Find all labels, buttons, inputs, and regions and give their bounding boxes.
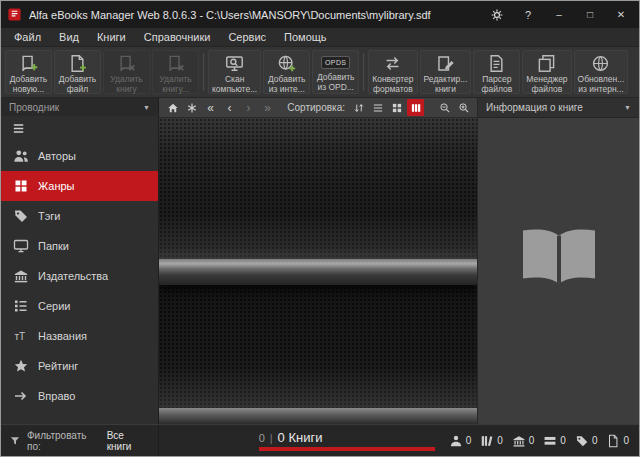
sort-button[interactable] [350,99,367,116]
shelf-board [159,259,477,285]
statistics-section: 0 0 0 0 0 0 [439,425,639,456]
menu-references[interactable]: Справочники [135,29,220,45]
collapse-info-icon[interactable]: ▼ [624,104,631,111]
nav-last-button[interactable]: » [259,99,276,116]
button-label: файлов [532,84,563,94]
bookshelf-toolbar: « ‹ › » Сортировка: [159,98,477,118]
nav-first-button[interactable]: « [202,99,219,116]
button-label: из OPD... [317,82,354,92]
add-file-icon [68,54,87,73]
file-manager-icon [537,54,556,73]
menu-service[interactable]: Сервис [219,29,275,45]
filter-icon [9,435,21,447]
sidebar-item-titles[interactable]: тТ Названия [1,321,158,351]
button-label: новую... [13,84,44,94]
zoom-in-icon [458,102,470,114]
book-info-panel: Информация о книге ▼ [477,98,639,424]
shelf-lighting [159,366,477,408]
view-list-button[interactable] [369,99,386,116]
scan-computer-icon [225,54,244,73]
letters-icon: тТ [13,328,29,344]
tiles-view-icon [391,102,403,114]
update-from-internet-button[interactable]: Обновлен... из интерн... [574,50,629,94]
monitor-icon [13,238,29,254]
maximize-button[interactable]: □ [578,5,602,25]
zoom-out-button[interactable] [436,99,453,116]
book-editor-button[interactable]: Редактир... книги [420,50,472,94]
nav-next-button[interactable]: › [240,99,257,116]
add-from-opds-button[interactable]: OPDS Добавить из OPD... [312,50,359,94]
sidebar-item-tags[interactable]: Тэги [1,201,158,231]
close-button[interactable]: ✕ [609,5,633,25]
count-divider: | [270,432,273,444]
button-label: книги [435,84,456,94]
button-label: файл [67,84,88,94]
favorites-button[interactable] [183,99,200,116]
zoom-in-button[interactable] [455,99,472,116]
sidebar-item-authors[interactable]: Авторы [1,141,158,171]
collapse-sidebar-icon[interactable]: ▼ [143,104,150,111]
explorer-sidebar: Проводник ▼ Авторы Жанры Тэги Папки [1,98,159,424]
view-tiles-button[interactable] [388,99,405,116]
format-converter-button[interactable]: Конвертер форматов [368,50,417,94]
toolbar: Добавить новую... Добавить файл Удалить … [1,47,639,98]
menu-file[interactable]: Файл [5,29,50,45]
asterisk-icon [186,102,198,114]
button-label: Добавить [317,72,355,82]
titlebar: Alfa eBooks Manager Web 8.0.6.3 - C:\Use… [1,1,639,28]
sidebar-item-series[interactable]: Серии [1,291,158,321]
explorer-title: Проводник [9,102,59,113]
sidebar-item-folders[interactable]: Папки [1,231,158,261]
add-from-internet-button[interactable]: Добавить из инте... [263,50,310,94]
tag-icon [13,208,29,224]
tag-icon [575,434,589,448]
sidebar-item-publishers[interactable]: Издательства [1,261,158,291]
sidebar-item-rating[interactable]: Рейтинг [1,351,158,381]
book-info-body [478,118,639,424]
nav-prev-button[interactable]: ‹ [221,99,238,116]
series-counter: 0 [480,434,503,448]
button-label: Обновлен... [578,74,625,84]
sidebar-item-genres[interactable]: Жанры [1,171,158,201]
scan-computer-button[interactable]: Скан компьюте... [208,50,261,94]
home-button[interactable] [164,99,181,116]
shelf-lighting [159,213,477,259]
sidebar-item-label: Названия [38,330,87,342]
explorer-menu-button[interactable] [1,116,158,141]
file-manager-button[interactable]: Менеджер файлов [522,50,571,94]
delete-book-button: Удалить книгу [103,50,150,94]
book-count-section: 0 | 0 Книги [159,425,439,456]
settings-button[interactable] [485,5,509,25]
sidebar-item-right[interactable]: Вправо [1,381,158,411]
statusbar: Фильтровать по: Все книги 0 | 0 Книги 0 … [1,424,639,456]
sort-arrows-icon [353,102,365,114]
book-count: 0 | 0 Книги [259,430,435,451]
filter-value-dropdown[interactable]: Все книги [107,430,150,452]
menu-help[interactable]: Помощь [275,29,336,45]
list-view-icon [372,102,384,114]
menu-view[interactable]: Вид [50,29,88,45]
file-parser-button[interactable]: Парсер файлов [473,50,520,94]
add-file-button[interactable]: Добавить файл [54,50,101,94]
menu-books[interactable]: Книги [88,29,135,45]
button-label: книгу [116,84,137,94]
sidebar-item-label: Папки [38,240,69,252]
main-area: Проводник ▼ Авторы Жанры Тэги Папки [1,98,639,424]
view-covers-button[interactable] [407,99,424,116]
button-label: из инте... [269,84,305,94]
sidebar-item-label: Тэги [38,210,61,222]
books-icon [543,434,557,448]
genres-icon [13,178,29,194]
minimize-button[interactable]: – [547,5,571,25]
button-label: Скан [225,74,244,84]
sidebar-item-label: Вправо [38,390,75,402]
button-label: Добавить [10,74,48,84]
shelf-board [159,408,477,424]
help-button[interactable]: ? [516,5,540,25]
zoom-controls [436,99,472,116]
sort-label: Сортировка: [287,102,348,113]
authors-icon [13,148,29,164]
add-new-book-button[interactable]: Добавить новую... [5,50,52,94]
numbered-list-icon [13,298,29,314]
total-count: 0 Книги [278,430,323,445]
